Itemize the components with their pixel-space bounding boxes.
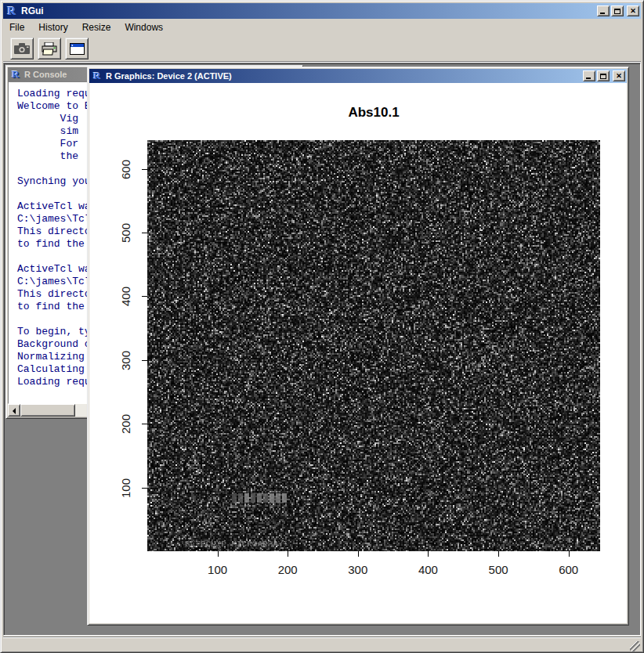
microarray-image [147, 140, 600, 551]
minimize-icon [600, 13, 605, 14]
y-tick [142, 296, 147, 297]
y-tick [142, 233, 147, 233]
y-tick [142, 360, 147, 361]
x-tick [288, 551, 288, 557]
maximize-icon [614, 9, 620, 14]
y-tick-label: 100 [119, 474, 132, 501]
x-tick-label: 600 [552, 563, 586, 576]
status-bar [3, 637, 641, 652]
menu-file[interactable]: File [9, 20, 32, 34]
maximize-icon [600, 74, 606, 79]
x-tick [569, 551, 570, 557]
x-tick [498, 551, 499, 557]
graphics-minimize-button[interactable] [583, 70, 595, 81]
close-icon: ✕ [630, 8, 636, 15]
x-tick [358, 551, 359, 557]
r-logo-icon: R [92, 70, 103, 81]
y-tick-label: 300 [119, 347, 132, 373]
x-tick-label: 200 [270, 563, 305, 576]
snapshot-button[interactable] [10, 38, 34, 60]
toolbar [3, 36, 641, 61]
y-tick-label: 600 [119, 156, 132, 182]
maximize-button[interactable] [611, 5, 624, 16]
x-tick-label: 500 [481, 563, 516, 576]
window-title: RGui [21, 5, 597, 16]
close-button[interactable]: ✕ [627, 5, 639, 16]
window-button[interactable] [65, 38, 89, 60]
camera-icon [14, 43, 30, 55]
print-button[interactable] [38, 38, 61, 60]
y-tick-label: 400 [119, 283, 132, 310]
printer-icon [42, 42, 57, 56]
y-tick [142, 424, 147, 424]
y-tick-label: 500 [119, 220, 132, 247]
y-tick [142, 488, 147, 489]
graphics-maximize-button[interactable] [597, 70, 610, 81]
scroll-left-button[interactable] [8, 404, 20, 417]
menu-history[interactable]: History [38, 20, 75, 34]
graphics-title: R Graphics: Device 2 (ACTIVE) [106, 71, 583, 81]
graphics-close-button[interactable]: ✕ [613, 70, 625, 81]
graphics-window[interactable]: R R Graphics: Device 2 (ACTIVE) ✕ Abs10.… [87, 67, 629, 626]
x-tick-label: 300 [341, 563, 375, 576]
minimize-button[interactable] [597, 5, 610, 16]
rgui-window: R RGui ✕ File History Resize Windows [0, 0, 644, 653]
x-tick-label: 100 [201, 563, 235, 576]
window-icon [70, 43, 85, 55]
r-logo-icon: R [10, 69, 21, 80]
r-logo-icon: R [5, 5, 18, 17]
x-tick [428, 551, 429, 557]
x-tick [218, 551, 219, 557]
main-titlebar[interactable]: R RGui ✕ [3, 3, 641, 19]
mdi-area: R R Console Loading requWelcome to B Vig… [3, 63, 641, 636]
plot-area: Abs10.1 10020030040050060010020030040050… [89, 83, 627, 623]
x-tick-label: 400 [411, 563, 445, 576]
close-icon: ✕ [616, 73, 622, 80]
y-tick-label: 200 [119, 411, 132, 438]
arrow-left-icon [13, 408, 16, 414]
graphics-titlebar[interactable]: R R Graphics: Device 2 (ACTIVE) ✕ [89, 69, 627, 83]
menu-windows[interactable]: Windows [125, 20, 171, 34]
y-tick [142, 169, 147, 170]
plot-title: Abs10.1 [147, 105, 600, 121]
minimize-icon [586, 78, 591, 79]
scroll-thumb[interactable] [20, 404, 75, 417]
menu-resize[interactable]: Resize [82, 20, 119, 34]
resize-grip-icon[interactable] [630, 641, 640, 651]
menubar: File History Resize Windows [3, 19, 641, 36]
